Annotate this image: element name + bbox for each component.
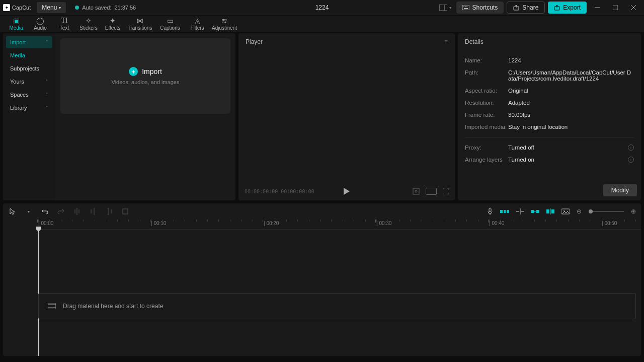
autosave-status: Auto saved: 21:37:56: [75, 5, 136, 11]
pointer-tool[interactable]: [8, 208, 17, 215]
import-title: Import: [142, 67, 162, 76]
value-framerate: 30.00fps: [508, 112, 634, 118]
ruler-tick: | 00:10: [151, 221, 166, 226]
chevron-up-icon: ˄: [46, 40, 48, 45]
play-button[interactable]: [344, 188, 350, 195]
tab-adjustment[interactable]: ≋Adjustment: [209, 16, 239, 32]
player-panel: Player ≡ 00:00:00:00 00:00:00:00: [238, 33, 455, 200]
svg-rect-2: [462, 5, 469, 10]
svg-rect-34: [546, 209, 549, 213]
import-dropzone[interactable]: + Import Videos, audios, and images: [60, 38, 230, 114]
svg-point-3: [463, 6, 464, 7]
tab-filters[interactable]: ◬Filters: [185, 16, 209, 32]
delete-right-icon: [106, 208, 112, 215]
svg-point-15: [415, 190, 417, 192]
tab-media[interactable]: ▣Media: [4, 16, 28, 32]
minimize-icon: [595, 5, 600, 10]
ruler-tick: | 00:40: [489, 221, 504, 226]
stickers-icon: ✧: [86, 17, 92, 24]
media-sidebar: Import˄ Media Subprojects Yours˅ Spaces˅…: [3, 33, 55, 200]
compare-icon[interactable]: [413, 188, 420, 195]
chevron-down-icon: ▾: [449, 6, 451, 10]
drop-hint: Drag material here and start to create: [63, 303, 163, 310]
delete-left-icon: [90, 208, 96, 215]
sidebar-item-spaces[interactable]: Spaces˅: [6, 89, 52, 101]
time-current: 00:00:00:00: [245, 189, 278, 194]
sidebar-item-library[interactable]: Library˅: [6, 102, 52, 114]
record-button[interactable]: [487, 207, 493, 215]
preview-axis-icon: [546, 208, 554, 214]
modify-button[interactable]: Modify: [603, 184, 637, 196]
layout-button[interactable]: ▾: [437, 3, 453, 13]
tab-stickers[interactable]: ✧Stickers: [76, 16, 101, 32]
timeline-ruler[interactable]: | 00:00 | 00:10 | 00:20 | 00:30 | 00:40 …: [38, 220, 641, 230]
ruler-tick: | 00:50: [602, 221, 617, 226]
autosave-dot-icon: [75, 6, 79, 10]
pointer-dropdown[interactable]: ▾: [24, 209, 33, 214]
menu-button[interactable]: Menu ▾: [37, 2, 66, 13]
value-proxy: Turned off: [508, 144, 628, 151]
sidebar-item-media[interactable]: Media: [6, 49, 52, 61]
zoom-out[interactable]: ⊖: [577, 208, 582, 215]
split-button[interactable]: [72, 208, 82, 215]
details-panel: Details Name:1224 Path:C:/Users/Usman/Ap…: [458, 33, 641, 200]
cursor-icon: [10, 208, 16, 215]
ruler-tick: | 00:30: [376, 221, 391, 226]
value-resolution: Adapted: [508, 100, 634, 106]
sidebar-item-yours[interactable]: Yours˅: [6, 76, 52, 88]
timeline-tracks[interactable]: Drag material here and start to create: [3, 230, 641, 356]
sidebar-item-subprojects[interactable]: Subprojects: [6, 62, 52, 75]
info-icon[interactable]: i: [628, 144, 634, 151]
main-track-magnet[interactable]: [500, 208, 509, 214]
fullscreen-icon[interactable]: [443, 188, 449, 194]
close-button[interactable]: [626, 0, 641, 15]
zoom-thumb[interactable]: [589, 209, 593, 213]
project-title: 1224: [315, 4, 329, 11]
svg-rect-6: [464, 8, 468, 9]
export-button[interactable]: Export: [548, 2, 587, 14]
redo-button[interactable]: [56, 208, 65, 214]
svg-rect-39: [48, 303, 56, 309]
ratio-button[interactable]: [426, 188, 437, 195]
label-name: Name:: [465, 57, 508, 63]
value-arrange: Turned on: [508, 157, 628, 163]
undo-button[interactable]: [40, 208, 49, 214]
zoom-slider[interactable]: [589, 211, 624, 212]
chevron-down-icon: ˅: [46, 79, 48, 84]
maximize-icon: [613, 5, 618, 10]
capcut-icon: ✦: [3, 4, 10, 11]
captions-icon: ▭: [167, 17, 174, 24]
zoom-in[interactable]: ⊕: [631, 208, 636, 215]
minimize-button[interactable]: [590, 0, 605, 15]
info-icon[interactable]: i: [628, 157, 634, 163]
shortcuts-button[interactable]: Shortcuts: [456, 2, 504, 14]
tab-text[interactable]: TIText: [52, 16, 76, 32]
preview-axis[interactable]: [546, 208, 554, 214]
split-icon: [74, 208, 79, 215]
transitions-icon: ⋈: [136, 17, 143, 24]
filters-icon: ◬: [195, 17, 200, 24]
export-icon: [554, 5, 560, 11]
chevron-down-icon: ˅: [46, 105, 48, 110]
effects-icon: ✦: [110, 17, 116, 24]
top-tabs: ▣Media ◯Audio TIText ✧Stickers ✦Effects …: [0, 15, 644, 32]
details-title: Details: [458, 33, 641, 50]
cover-button[interactable]: [561, 208, 570, 214]
delete-left-button[interactable]: [89, 208, 98, 215]
tab-captions[interactable]: ▭Captions: [155, 16, 185, 32]
sidebar-item-import[interactable]: Import˄: [6, 36, 52, 48]
linkage-button[interactable]: [531, 208, 539, 214]
auto-snap[interactable]: [516, 208, 524, 214]
crop-button[interactable]: [121, 208, 130, 214]
tab-transitions[interactable]: ⋈Transitions: [125, 16, 155, 32]
drop-track[interactable]: Drag material here and start to create: [38, 293, 636, 319]
tab-effects[interactable]: ✦Effects: [101, 16, 125, 32]
svg-rect-26: [504, 210, 506, 213]
maximize-button[interactable]: [608, 0, 623, 15]
keyboard-icon: [462, 5, 469, 10]
delete-right-button[interactable]: [105, 208, 114, 215]
svg-rect-10: [613, 5, 618, 10]
player-menu-icon[interactable]: ≡: [444, 38, 448, 45]
share-button[interactable]: Share: [507, 2, 545, 14]
tab-audio[interactable]: ◯Audio: [28, 16, 52, 32]
